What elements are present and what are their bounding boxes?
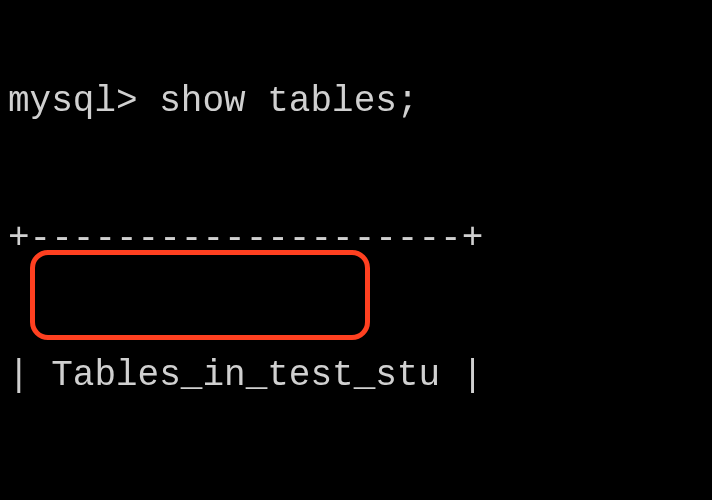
terminal-output: mysql> show tables; +-------------------… [8,0,704,500]
table-border-mid: +--------------------+ [8,479,704,500]
mysql-prompt: mysql> [8,81,159,122]
table-header-row: | Tables_in_test_stu | [8,342,704,410]
command-line: mysql> show tables; [8,68,704,136]
sql-command: show tables; [159,81,418,122]
table-border-top: +--------------------+ [8,205,704,273]
